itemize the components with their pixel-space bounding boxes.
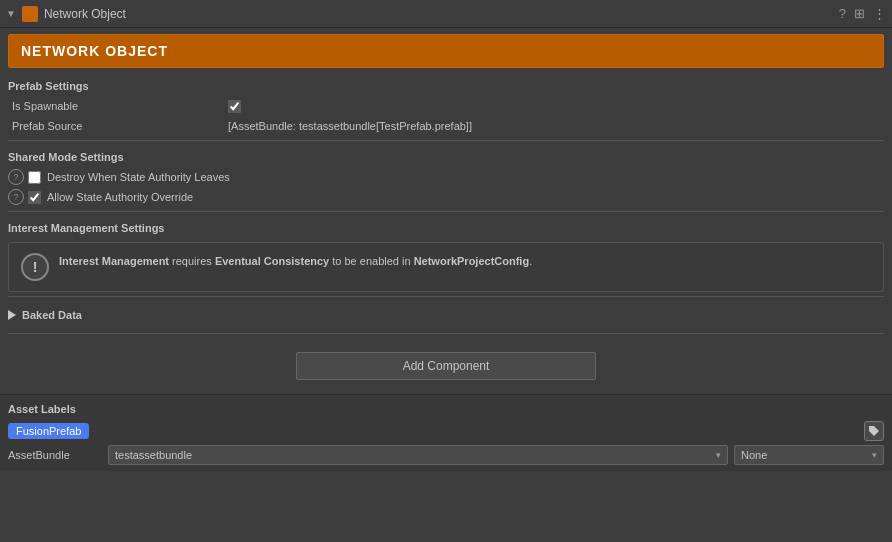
asset-labels-header: Asset Labels [8, 399, 884, 419]
asset-bundle-label: AssetBundle [8, 449, 108, 461]
destroy-help-icon[interactable]: ? [8, 169, 24, 185]
inspector-content: Prefab Settings Is Spawnable Prefab Sour… [0, 74, 892, 394]
allow-override-checkbox[interactable] [28, 191, 41, 204]
warning-bold-3: NetworkProjectConfig [414, 255, 530, 267]
asset-labels-section: Asset Labels FusionPrefab AssetBundle te… [0, 394, 892, 471]
is-spawnable-label: Is Spawnable [8, 100, 228, 112]
warning-bold-1: Interest Management [59, 255, 169, 267]
tag-icon[interactable] [864, 421, 884, 441]
prefab-source-row: Prefab Source [AssetBundle: testassetbun… [8, 116, 884, 136]
asset-bundle-chevron: ▾ [716, 450, 721, 460]
allow-help-icon[interactable]: ? [8, 189, 24, 205]
prefab-settings-header: Prefab Settings [8, 74, 884, 96]
warning-icon: ! [21, 253, 49, 281]
none-chevron: ▾ [872, 450, 877, 460]
destroy-label: Destroy When State Authority Leaves [47, 171, 230, 183]
divider-4 [8, 333, 884, 334]
warning-normal-1: requires [169, 255, 215, 267]
none-dropdown[interactable]: None ▾ [734, 445, 884, 465]
warning-bold-2: Eventual Consistency [215, 255, 329, 267]
help-button[interactable]: ? [839, 6, 846, 21]
shared-mode-header: Shared Mode Settings [8, 145, 884, 167]
component-dropdown-icon[interactable]: ▼ [6, 8, 16, 19]
allow-override-label: Allow State Authority Override [47, 191, 193, 203]
add-component-container: Add Component [8, 338, 884, 394]
interest-management-warning: ! Interest Management requires Eventual … [8, 242, 884, 292]
none-value: None [741, 449, 767, 461]
destroy-checkbox[interactable] [28, 171, 41, 184]
window-title: Network Object [44, 7, 126, 21]
warning-normal-2: to be enabled in [329, 255, 413, 267]
is-spawnable-checkbox[interactable] [228, 100, 241, 113]
network-object-header: NETWORK OBJECT [8, 34, 884, 68]
asset-bundle-value: testassetbundle [115, 449, 192, 461]
title-bar-left: ▼ Network Object [6, 6, 833, 22]
divider-2 [8, 211, 884, 212]
prefab-source-label: Prefab Source [8, 120, 228, 132]
is-spawnable-row: Is Spawnable [8, 96, 884, 116]
divider-1 [8, 140, 884, 141]
interest-management-header: Interest Management Settings [8, 216, 884, 238]
divider-3 [8, 296, 884, 297]
baked-data-triangle [8, 310, 16, 320]
menu-button[interactable]: ⋮ [873, 6, 886, 21]
allow-override-row: ? Allow State Authority Override [8, 187, 884, 207]
warning-normal-3: . [529, 255, 532, 267]
baked-data-row[interactable]: Baked Data [8, 301, 884, 329]
inspector-panel: NETWORK OBJECT Prefab Settings Is Spawna… [0, 28, 892, 542]
component-icon [22, 6, 38, 22]
layout-button[interactable]: ⊞ [854, 6, 865, 21]
add-component-button[interactable]: Add Component [296, 352, 596, 380]
destroy-row: ? Destroy When State Authority Leaves [8, 167, 884, 187]
title-bar-right: ? ⊞ ⋮ [839, 6, 886, 21]
asset-bundle-row: AssetBundle testassetbundle ▾ None ▾ [8, 443, 884, 467]
asset-labels-tags-row: FusionPrefab [8, 419, 884, 443]
baked-data-label: Baked Data [22, 309, 82, 321]
fusion-prefab-tag[interactable]: FusionPrefab [8, 423, 89, 439]
prefab-source-value: [AssetBundle: testassetbundle[TestPrefab… [228, 120, 884, 132]
asset-bundle-dropdown[interactable]: testassetbundle ▾ [108, 445, 728, 465]
warning-text: Interest Management requires Eventual Co… [59, 253, 532, 270]
network-object-title: NETWORK OBJECT [21, 43, 168, 59]
title-bar: ▼ Network Object ? ⊞ ⋮ [0, 0, 892, 28]
